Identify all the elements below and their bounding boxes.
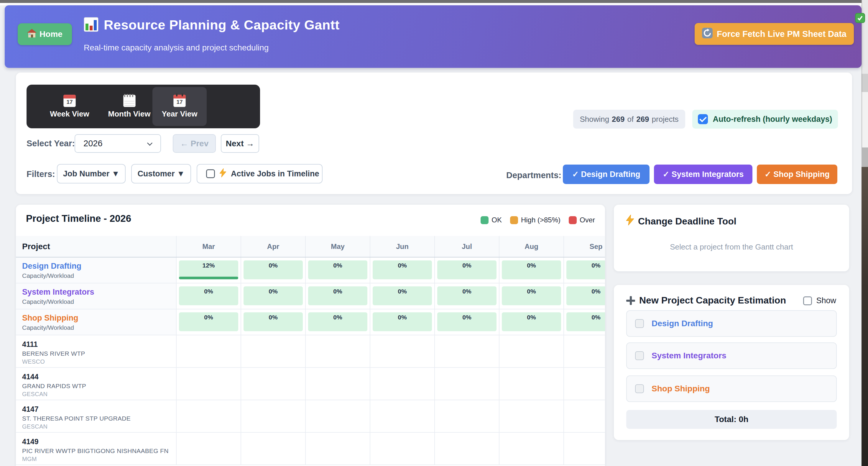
tab-week-view[interactable]: 17 Week View	[40, 87, 99, 126]
capacity-cell[interactable]: 0%	[502, 286, 561, 305]
controls-card: 17 Week View Month View 17 Year View Sel…	[16, 72, 852, 194]
change-deadline-card: Change Deadline Tool Select a project fr…	[614, 205, 849, 271]
lightning-bolt-icon	[220, 168, 226, 179]
project-number: 4147	[22, 405, 39, 413]
bar-chart-icon	[84, 17, 98, 33]
project-timeline-card: Project Timeline - 2026 OK High (>85%) O…	[16, 205, 605, 466]
estimation-title: New Project Capacity Estimation	[639, 295, 786, 306]
auto-refresh-checkbox[interactable]	[698, 114, 708, 124]
gantt-grid: Project Mar Apr May Jun Jul Aug Sep Desi…	[16, 236, 605, 465]
tab-month-view[interactable]: Month View	[99, 87, 159, 126]
tab-year-view[interactable]: 17 Year View	[152, 87, 207, 126]
capacity-cell[interactable]: 0%	[244, 312, 303, 331]
auto-refresh-label: Auto-refresh (hourly weekdays)	[713, 115, 832, 124]
project-row[interactable]: 4111 BERENS RIVER WTP WESCO	[16, 336, 605, 368]
capacity-cell[interactable]: 0%	[566, 286, 605, 305]
capacity-cell[interactable]: 0%	[566, 312, 605, 331]
capacity-cell[interactable]: 0%	[437, 286, 497, 305]
capacity-cell[interactable]: 0%	[566, 260, 605, 279]
project-name: ST. THERESA POINT STP UPGRADE	[22, 415, 131, 422]
capacity-cell[interactable]: 0%	[308, 260, 367, 279]
background-window-scrollbar	[862, 74, 868, 92]
month-header: Sep	[563, 236, 605, 257]
auto-refresh-toggle[interactable]: Auto-refresh (hourly weekdays)	[692, 110, 838, 128]
capacity-cell[interactable]: 0%	[502, 260, 561, 279]
estimation-system-integrators: System Integrators	[626, 343, 837, 369]
background-window-dark-sliver	[862, 167, 868, 466]
capacity-cell[interactable]: 0%	[308, 312, 367, 331]
flat-calendar-icon: 17	[63, 95, 76, 107]
estimation-design-drafting-checkbox[interactable]	[635, 319, 644, 328]
show-label: Show	[816, 296, 836, 305]
capacity-cell[interactable]: 0%	[437, 260, 497, 279]
estimation-total: Total: 0h	[626, 410, 837, 429]
legend-high-swatch	[510, 216, 518, 224]
capacity-cell[interactable]: 0%	[308, 286, 367, 305]
force-fetch-button[interactable]: Force Fetch Live PM Sheet Data	[695, 23, 854, 45]
active-jobs-toggle-button[interactable]: Active Jobs in Timeline	[197, 164, 322, 183]
project-number: 4149	[22, 437, 39, 446]
month-header: May	[305, 236, 370, 257]
capacity-row-design-drafting: Design Drafting Capacity/Workload 12% 0%…	[16, 258, 605, 284]
capacity-cell[interactable]: 0%	[373, 286, 432, 305]
show-checkbox[interactable]	[803, 296, 812, 305]
month-header: Jun	[370, 236, 434, 257]
refresh-icon	[702, 28, 713, 40]
capacity-cell[interactable]: 0%	[179, 312, 238, 331]
capacity-row-sublabel: Capacity/Workload	[22, 324, 74, 331]
estimation-shop-shipping: Shop Shipping	[626, 375, 837, 402]
tab-week-label: Week View	[50, 110, 89, 119]
estimation-shop-shipping-checkbox[interactable]	[635, 384, 644, 393]
capacity-cell[interactable]: 0%	[179, 286, 238, 305]
capacity-row-label[interactable]: System Integrators	[22, 288, 94, 297]
capacity-cell[interactable]: 0%	[373, 260, 432, 279]
timeline-title: Project Timeline - 2026	[26, 213, 131, 224]
select-year-label: Select Year:	[27, 139, 75, 148]
next-year-button[interactable]: Next →	[221, 134, 259, 153]
department-design-drafting-button[interactable]: ✓ Design Drafting	[563, 165, 650, 184]
tab-year-label: Year View	[162, 110, 197, 119]
customer-filter-button[interactable]: Customer ▼	[131, 164, 191, 183]
capacity-cell[interactable]: 0%	[244, 260, 303, 279]
prev-year-button[interactable]: ← Prev	[173, 134, 216, 153]
legend-over-swatch	[569, 216, 577, 224]
department-system-integrators-button[interactable]: ✓ System Integrators	[654, 165, 752, 184]
capacity-row-label[interactable]: Design Drafting	[22, 262, 82, 271]
capacity-cell[interactable]: 0%	[437, 312, 497, 331]
force-fetch-label: Force Fetch Live PM Sheet Data	[717, 29, 846, 39]
month-header: Apr	[241, 236, 305, 257]
capacity-row-label[interactable]: Shop Shipping	[22, 314, 78, 323]
tear-off-calendar-icon: 17	[173, 95, 186, 107]
year-select-value: 2026	[84, 139, 102, 148]
home-button[interactable]: Home	[18, 23, 72, 45]
plus-icon	[626, 296, 635, 305]
active-jobs-checkbox[interactable]	[206, 169, 215, 178]
month-header: Aug	[499, 236, 563, 257]
estimation-system-integrators-checkbox[interactable]	[635, 351, 644, 360]
job-number-filter-button[interactable]: Job Number ▼	[57, 164, 126, 183]
capacity-legend: OK High (>85%) Over	[480, 216, 595, 224]
capacity-cell[interactable]: 0%	[373, 312, 432, 331]
active-jobs-label: Active Jobs in Timeline	[231, 169, 319, 178]
capacity-estimation-card: New Project Capacity Estimation Show Des…	[614, 285, 849, 440]
capacity-row-sublabel: Capacity/Workload	[22, 272, 74, 279]
show-toggle[interactable]: Show	[803, 296, 836, 305]
project-row[interactable]: 4147 ST. THERESA POINT STP UPGRADE GESCA…	[16, 400, 605, 433]
project-name: BERENS RIVER WTP	[22, 350, 85, 357]
background-window-sliver	[862, 147, 868, 167]
capacity-cell[interactable]: 0%	[244, 286, 303, 305]
legend-ok-swatch	[480, 216, 489, 224]
spiral-calendar-icon	[123, 95, 135, 107]
title-row: Resource Planning & Capacity Gantt	[84, 17, 340, 33]
year-select[interactable]: 2026	[74, 134, 161, 153]
project-row[interactable]: 4144 GRAND RAPIDS WTP GESCAN	[16, 368, 605, 400]
page-subtitle: Real-time capacity analysis and project …	[84, 43, 269, 53]
department-shop-shipping-button[interactable]: ✓ Shop Shipping	[757, 165, 837, 184]
project-row[interactable]: 4149 PIC RIVER WWTP BIIGTIGONG NISHNAABE…	[16, 433, 605, 465]
capacity-cell[interactable]: 12%	[179, 260, 238, 279]
showing-projects-badge: Showing269of269projects	[573, 110, 685, 128]
capacity-cell[interactable]: 0%	[502, 312, 561, 331]
project-customer: WESCO	[22, 358, 45, 365]
background-window-sliver	[862, 92, 868, 147]
project-number: 4144	[22, 373, 39, 381]
